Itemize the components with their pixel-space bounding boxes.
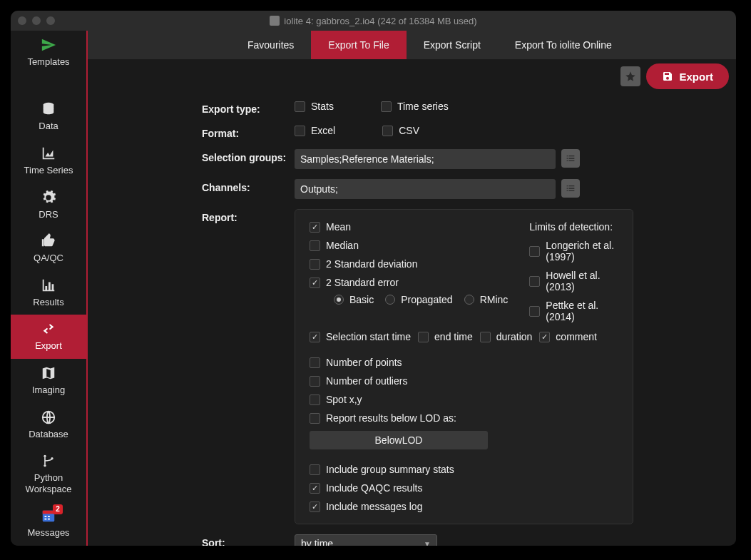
opt-csv[interactable]: CSV [382, 125, 419, 136]
map-icon [40, 365, 57, 382]
sidebar-item-python[interactable]: Python Workspace [11, 447, 86, 502]
export-button[interactable]: Export [646, 63, 729, 89]
star-icon [625, 71, 636, 82]
row-format: Format: Excel CSV [202, 125, 707, 139]
bar-chart-icon [40, 277, 57, 294]
chevron-down-icon: ▼ [424, 540, 431, 546]
chart-area-icon [40, 145, 57, 162]
checkbox-timeseries[interactable] [381, 101, 392, 112]
opt-std2[interactable]: 2 Standard deviation [310, 258, 508, 270]
gear-icon [40, 189, 57, 206]
sidebar-item-timeseries[interactable]: Time Series [11, 139, 86, 183]
opt-messages-log[interactable]: Include messages log [310, 501, 618, 512]
database-icon [40, 101, 57, 118]
sidebar-item-messages[interactable]: 2 Messages [11, 502, 86, 546]
tab-favourites[interactable]: Favourites [230, 31, 311, 59]
sidebar-item-drs[interactable]: DRS [11, 183, 86, 228]
svg-point-3 [44, 464, 46, 467]
opt-excel[interactable]: Excel [295, 125, 335, 136]
row-channels: Channels: [202, 179, 707, 199]
channels-input[interactable] [295, 179, 556, 199]
sidebar-item-database[interactable]: Database [11, 403, 86, 447]
report-panel: Mean Median 2 Standard deviation 2 Stand… [295, 209, 633, 524]
opt-pettke[interactable]: Pettke et al. (2014) [529, 300, 618, 322]
traffic-lights [18, 16, 55, 25]
opt-group-summary[interactable]: Include group summary stats [310, 464, 618, 475]
window: iolite 4: gabbros_2.io4 (242 of 16384 MB… [11, 11, 736, 546]
window-title: iolite 4: gabbros_2.io4 (242 of 16384 MB… [11, 16, 736, 26]
row-export-type: Export type: Stats Time series [202, 101, 707, 115]
sort-select[interactable]: by time ▼ [295, 534, 437, 546]
body: Templates Data Time Series DRS [11, 31, 736, 546]
selection-groups-input[interactable] [295, 149, 556, 169]
opt-end-time[interactable]: end time [418, 331, 473, 342]
opt-stats[interactable]: Stats [295, 101, 334, 112]
branch-icon [40, 452, 57, 469]
row-sort: Sort: by time ▼ [202, 534, 707, 546]
opt-noutliers[interactable]: Number of outliers [310, 375, 618, 387]
opt-npoints[interactable]: Number of points [310, 357, 618, 368]
close-icon[interactable] [18, 16, 26, 25]
zoom-icon[interactable] [46, 16, 55, 25]
opt-longerich[interactable]: Longerich et al. (1997) [529, 240, 618, 263]
checkbox-csv[interactable] [382, 126, 393, 136]
checkbox-excel[interactable] [295, 126, 305, 136]
sidebar-item-data[interactable]: Data [11, 95, 86, 139]
opt-median[interactable]: Median [310, 240, 508, 251]
globe-icon [40, 409, 57, 426]
paper-plane-icon [40, 36, 57, 54]
exchange-icon [40, 320, 57, 337]
sidebar-item-results[interactable]: Results [11, 271, 86, 315]
actionbar: Export [88, 59, 736, 93]
sidebar-item-export[interactable]: Export [11, 315, 86, 359]
titlebar: iolite 4: gabbros_2.io4 (242 of 16384 MB… [11, 11, 736, 31]
opt-timeseries[interactable]: Time series [381, 101, 449, 112]
calendar-icon: 2 [40, 507, 57, 524]
row-selection-groups: Selection groups: [202, 149, 707, 169]
below-lod-input[interactable] [310, 431, 488, 449]
radio-rminc[interactable]: RMinc [464, 294, 509, 305]
svg-point-2 [44, 455, 46, 457]
svg-rect-10 [48, 519, 50, 520]
favourite-button[interactable] [620, 66, 640, 86]
svg-rect-8 [48, 516, 50, 517]
save-icon [662, 71, 673, 82]
selection-groups-list-button[interactable] [561, 149, 580, 168]
tabs: Favourites Export To File Export Script … [88, 31, 736, 59]
sidebar-item-templates[interactable]: Templates [11, 31, 86, 75]
minimize-icon[interactable] [32, 16, 41, 25]
messages-badge: 2 [53, 504, 63, 514]
opt-qaqc-results[interactable]: Include QAQC results [310, 482, 618, 494]
main: Favourites Export To File Export Script … [88, 31, 736, 546]
channels-list-button[interactable] [561, 179, 580, 198]
thumbs-up-icon [40, 233, 57, 250]
sidebar-item-qaqc[interactable]: QA/QC [11, 227, 86, 271]
checkbox-stats[interactable] [295, 101, 305, 112]
opt-spotxy[interactable]: Spot x,y [310, 394, 618, 405]
opt-below-lod[interactable]: Report results below LOD as: [310, 412, 456, 424]
form: Export type: Stats Time series [88, 93, 736, 546]
document-icon [270, 16, 280, 26]
sidebar: Templates Data Time Series DRS [11, 31, 88, 546]
svg-rect-7 [45, 516, 47, 517]
opt-comment[interactable]: comment [539, 331, 597, 342]
lod-header: Limits of detection: [529, 221, 618, 233]
radio-basic[interactable]: Basic [334, 294, 374, 305]
sidebar-item-imaging[interactable]: Imaging [11, 359, 86, 403]
opt-mean[interactable]: Mean [310, 221, 508, 233]
radio-propagated[interactable]: Propagated [385, 294, 452, 305]
row-report: Report: Mean Median 2 Standard deviation… [202, 209, 707, 524]
opt-howell[interactable]: Howell et al. (2013) [529, 270, 618, 292]
list-icon [565, 153, 576, 164]
tab-export-online[interactable]: Export To iolite Online [498, 31, 629, 59]
tab-export-to-file[interactable]: Export To File [311, 31, 406, 59]
list-icon [565, 183, 576, 194]
opt-duration[interactable]: duration [480, 331, 533, 342]
opt-sel-start[interactable]: Selection start time [310, 331, 411, 342]
tab-export-script[interactable]: Export Script [407, 31, 498, 59]
opt-se2[interactable]: 2 Standard error [310, 277, 508, 288]
svg-rect-9 [45, 519, 47, 520]
